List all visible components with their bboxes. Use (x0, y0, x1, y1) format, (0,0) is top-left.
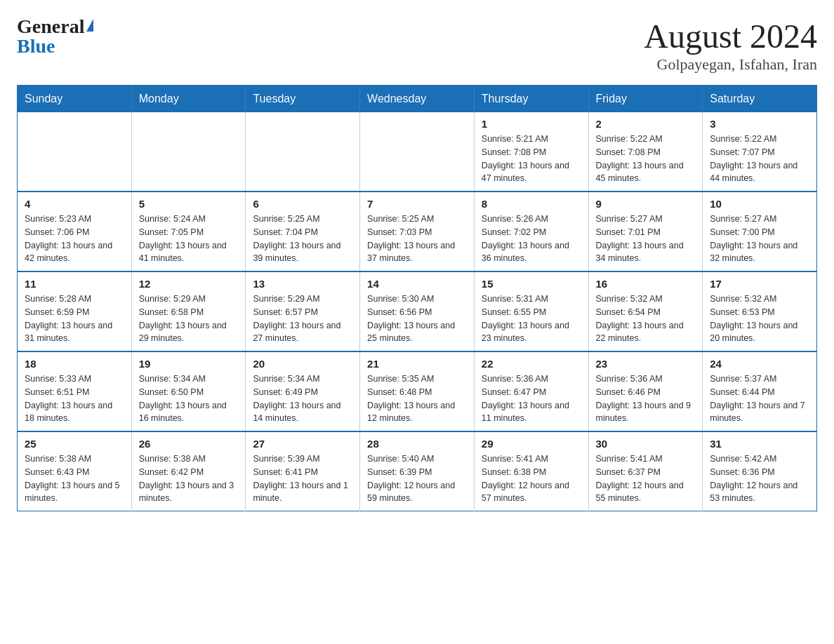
day-info: Sunrise: 5:25 AMSunset: 7:04 PMDaylight:… (253, 213, 352, 265)
day-info: Sunrise: 5:34 AMSunset: 6:50 PMDaylight:… (139, 373, 239, 425)
calendar-header-monday: Monday (131, 86, 246, 113)
day-number: 16 (596, 278, 696, 290)
calendar-cell: 17Sunrise: 5:32 AMSunset: 6:53 PMDayligh… (703, 271, 817, 351)
calendar-cell: 25Sunrise: 5:38 AMSunset: 6:43 PMDayligh… (18, 431, 132, 511)
day-info: Sunrise: 5:36 AMSunset: 6:47 PMDaylight:… (482, 373, 581, 425)
calendar-cell: 22Sunrise: 5:36 AMSunset: 6:47 PMDayligh… (474, 351, 588, 431)
location-title: Golpayegan, Isfahan, Iran (644, 55, 817, 74)
day-info: Sunrise: 5:41 AMSunset: 6:38 PMDaylight:… (482, 452, 581, 505)
day-number: 6 (253, 198, 352, 210)
day-number: 4 (25, 198, 124, 210)
calendar-cell: 3Sunrise: 5:22 AMSunset: 7:07 PMDaylight… (703, 112, 817, 192)
day-info: Sunrise: 5:31 AMSunset: 6:55 PMDaylight:… (482, 293, 581, 345)
day-number: 29 (482, 438, 581, 450)
day-number: 19 (139, 358, 239, 370)
calendar-table: SundayMondayTuesdayWednesdayThursdayFrid… (17, 85, 817, 511)
calendar-header-tuesday: Tuesday (246, 86, 360, 113)
calendar-cell: 10Sunrise: 5:27 AMSunset: 7:00 PMDayligh… (703, 192, 817, 271)
calendar-cell: 5Sunrise: 5:24 AMSunset: 7:05 PMDaylight… (131, 192, 246, 271)
day-number: 23 (596, 358, 696, 370)
logo-blue-text: Blue (17, 35, 55, 57)
day-number: 15 (482, 278, 581, 290)
month-title: August 2024 (644, 17, 817, 55)
calendar-header-wednesday: Wednesday (360, 86, 475, 113)
calendar-cell: 29Sunrise: 5:41 AMSunset: 6:38 PMDayligh… (474, 431, 588, 511)
day-info: Sunrise: 5:39 AMSunset: 6:41 PMDaylight:… (253, 452, 352, 505)
day-number: 13 (253, 278, 352, 290)
calendar-cell: 18Sunrise: 5:33 AMSunset: 6:51 PMDayligh… (18, 351, 132, 431)
day-number: 17 (710, 278, 809, 290)
day-info: Sunrise: 5:34 AMSunset: 6:49 PMDaylight:… (253, 373, 352, 425)
calendar-cell: 21Sunrise: 5:35 AMSunset: 6:48 PMDayligh… (360, 351, 475, 431)
day-info: Sunrise: 5:23 AMSunset: 7:06 PMDaylight:… (25, 213, 124, 265)
day-info: Sunrise: 5:29 AMSunset: 6:58 PMDaylight:… (139, 293, 239, 345)
day-number: 12 (139, 278, 239, 290)
day-info: Sunrise: 5:29 AMSunset: 6:57 PMDaylight:… (253, 293, 352, 345)
day-number: 18 (25, 358, 124, 370)
calendar-header-thursday: Thursday (474, 86, 588, 113)
calendar-cell (246, 112, 360, 192)
day-number: 2 (596, 118, 696, 130)
day-number: 3 (710, 118, 809, 130)
calendar-cell: 13Sunrise: 5:29 AMSunset: 6:57 PMDayligh… (246, 271, 360, 351)
calendar-cell: 9Sunrise: 5:27 AMSunset: 7:01 PMDaylight… (588, 192, 703, 271)
day-number: 8 (482, 198, 581, 210)
day-info: Sunrise: 5:24 AMSunset: 7:05 PMDaylight:… (139, 213, 239, 265)
day-number: 22 (482, 358, 581, 370)
day-info: Sunrise: 5:38 AMSunset: 6:42 PMDaylight:… (139, 452, 239, 505)
calendar-cell (360, 112, 475, 192)
calendar-header-saturday: Saturday (703, 86, 817, 113)
day-number: 7 (367, 198, 467, 210)
day-info: Sunrise: 5:22 AMSunset: 7:08 PMDaylight:… (596, 133, 696, 185)
calendar-cell: 28Sunrise: 5:40 AMSunset: 6:39 PMDayligh… (360, 431, 475, 511)
calendar-cell: 31Sunrise: 5:42 AMSunset: 6:36 PMDayligh… (703, 431, 817, 511)
day-info: Sunrise: 5:35 AMSunset: 6:48 PMDaylight:… (367, 373, 467, 425)
day-info: Sunrise: 5:28 AMSunset: 6:59 PMDaylight:… (25, 293, 124, 345)
day-number: 1 (482, 118, 581, 130)
day-info: Sunrise: 5:26 AMSunset: 7:02 PMDaylight:… (482, 213, 581, 265)
page-header: General Blue August 2024 Golpayegan, Isf… (17, 17, 817, 74)
day-number: 26 (139, 438, 239, 450)
day-info: Sunrise: 5:38 AMSunset: 6:43 PMDaylight:… (25, 452, 124, 505)
calendar-header-row: SundayMondayTuesdayWednesdayThursdayFrid… (18, 86, 817, 113)
calendar-cell: 16Sunrise: 5:32 AMSunset: 6:54 PMDayligh… (588, 271, 703, 351)
calendar-cell: 8Sunrise: 5:26 AMSunset: 7:02 PMDaylight… (474, 192, 588, 271)
logo-triangle-icon (86, 19, 93, 32)
calendar-cell: 20Sunrise: 5:34 AMSunset: 6:49 PMDayligh… (246, 351, 360, 431)
calendar-cell: 11Sunrise: 5:28 AMSunset: 6:59 PMDayligh… (18, 271, 132, 351)
day-number: 20 (253, 358, 352, 370)
day-info: Sunrise: 5:27 AMSunset: 7:00 PMDaylight:… (710, 213, 809, 265)
day-number: 21 (367, 358, 467, 370)
calendar-cell: 19Sunrise: 5:34 AMSunset: 6:50 PMDayligh… (131, 351, 246, 431)
logo: General Blue (17, 17, 93, 56)
calendar-week-row: 4Sunrise: 5:23 AMSunset: 7:06 PMDaylight… (18, 192, 817, 271)
calendar-cell (18, 112, 132, 192)
logo-general-text: General (17, 17, 84, 36)
calendar-cell: 23Sunrise: 5:36 AMSunset: 6:46 PMDayligh… (588, 351, 703, 431)
calendar-cell: 27Sunrise: 5:39 AMSunset: 6:41 PMDayligh… (246, 431, 360, 511)
calendar-week-row: 18Sunrise: 5:33 AMSunset: 6:51 PMDayligh… (18, 351, 817, 431)
calendar-week-row: 1Sunrise: 5:21 AMSunset: 7:08 PMDaylight… (18, 112, 817, 192)
day-number: 14 (367, 278, 467, 290)
calendar-cell: 6Sunrise: 5:25 AMSunset: 7:04 PMDaylight… (246, 192, 360, 271)
calendar-cell: 12Sunrise: 5:29 AMSunset: 6:58 PMDayligh… (131, 271, 246, 351)
day-info: Sunrise: 5:37 AMSunset: 6:44 PMDaylight:… (710, 373, 809, 425)
day-info: Sunrise: 5:30 AMSunset: 6:56 PMDaylight:… (367, 293, 467, 345)
day-info: Sunrise: 5:21 AMSunset: 7:08 PMDaylight:… (482, 133, 581, 185)
calendar-cell: 24Sunrise: 5:37 AMSunset: 6:44 PMDayligh… (703, 351, 817, 431)
day-number: 5 (139, 198, 239, 210)
day-number: 24 (710, 358, 809, 370)
day-info: Sunrise: 5:22 AMSunset: 7:07 PMDaylight:… (710, 133, 809, 185)
day-info: Sunrise: 5:27 AMSunset: 7:01 PMDaylight:… (596, 213, 696, 265)
day-number: 31 (710, 438, 809, 450)
calendar-header-sunday: Sunday (18, 86, 132, 113)
day-number: 28 (367, 438, 467, 450)
calendar-cell: 2Sunrise: 5:22 AMSunset: 7:08 PMDaylight… (588, 112, 703, 192)
day-number: 27 (253, 438, 352, 450)
day-info: Sunrise: 5:42 AMSunset: 6:36 PMDaylight:… (710, 452, 809, 505)
calendar-cell: 14Sunrise: 5:30 AMSunset: 6:56 PMDayligh… (360, 271, 475, 351)
title-block: August 2024 Golpayegan, Isfahan, Iran (644, 17, 817, 74)
calendar-header-friday: Friday (588, 86, 703, 113)
day-info: Sunrise: 5:32 AMSunset: 6:53 PMDaylight:… (710, 293, 809, 345)
calendar-cell (131, 112, 246, 192)
